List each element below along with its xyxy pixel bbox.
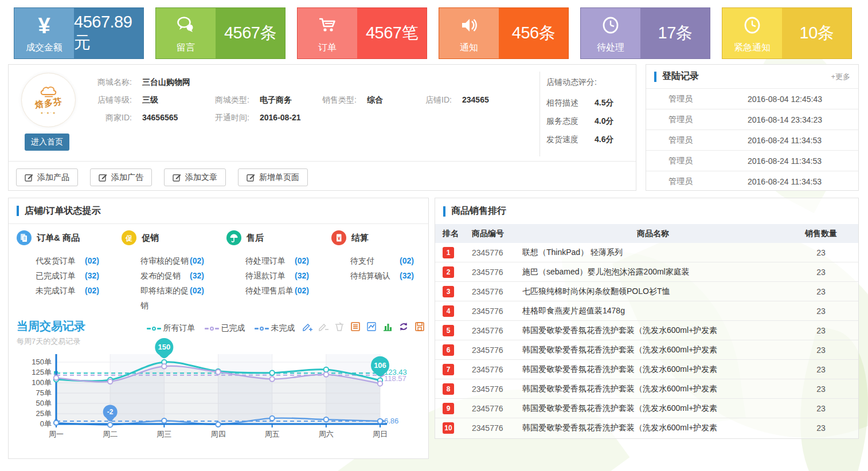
field-label: 商城类型: [207, 95, 249, 105]
field-label: 开通时间: [207, 113, 249, 123]
group-name: 结算 [351, 233, 369, 244]
status-item[interactable]: 待支付(02) [350, 253, 436, 268]
field-shop-name: 商城名称: 三台山购物网 [89, 77, 190, 88]
table-row[interactable]: 3 2345776 七匹狼纯棉时尚休闲条纹翻领POLO衫T恤 23 [435, 282, 858, 301]
status-item[interactable]: 发布的促销(32) [140, 268, 226, 283]
product-code: 2345776 [472, 404, 522, 413]
login-user: 管理员 [668, 115, 748, 125]
stat-card-label: 成交金额 [14, 42, 74, 54]
table-row[interactable]: 6 2345776 韩国爱敬挚爱香氛花香洗护套装（洗发水600ml+护发素 23 [435, 340, 858, 360]
add-line-icon[interactable] [302, 321, 312, 332]
data-view-icon[interactable] [350, 321, 361, 332]
more-link[interactable]: +更多 [831, 72, 850, 82]
action-label: 添加文章 [185, 172, 217, 183]
field-shop-id: 店铺ID: 234565 [409, 95, 489, 105]
status-item[interactable]: 待处理订单(02) [245, 253, 331, 268]
product-code: 2345776 [472, 326, 522, 335]
edit-icon[interactable] [318, 321, 329, 332]
cart-icon [298, 14, 357, 38]
svg-text:25单: 25单 [36, 409, 52, 418]
svg-text:周五: 周五 [265, 430, 280, 438]
login-records-title: 登陆记录 [662, 70, 699, 83]
legend-item-completed[interactable]: 已完成 [205, 323, 245, 333]
table-row[interactable]: 5 2345776 韩国爱敬挚爱香氛花香洗护套装（洗发水600ml+护发素 23 [435, 321, 858, 340]
status-item[interactable]: 待处理售后单(02) [245, 283, 331, 298]
weekly-chart-svg: 123.43118.576.86150单125单100单75单50单25单0单周… [10, 335, 428, 460]
section-accent-bar [443, 206, 445, 217]
product-qty: 23 [784, 384, 858, 394]
stat-card-value: 456条 [499, 8, 568, 58]
add-ad-button[interactable]: 添加广告 [90, 168, 152, 186]
header-code: 商品编号 [472, 229, 522, 239]
stat-card-notices[interactable]: 通知 456条 [439, 7, 569, 59]
chart-title: 当周交易记录 [17, 319, 85, 334]
status-item[interactable]: 未完成订单(02) [36, 283, 122, 298]
action-label: 添加广告 [111, 172, 143, 183]
login-record-row: 管理员 2016-08-24 11:34:53 [646, 150, 858, 171]
product-code: 2345776 [472, 384, 522, 394]
product-code: 2345776 [472, 346, 522, 355]
logo-decoration: ●·●·● [41, 111, 56, 115]
status-group-orders: 订单& 商品 代发货订单(02) 已完成订单(32) 未完成订单(02) [17, 230, 122, 313]
shop-logo-text: 焙多芬 [34, 96, 62, 111]
stat-card-urgent[interactable]: 紧急通知 10条 [722, 7, 852, 59]
login-record-row: 管理员 2016-08-24 11:34:53 [646, 171, 858, 191]
delete-icon[interactable] [334, 321, 345, 332]
stat-card-value: 17条 [640, 8, 710, 58]
field-value: 34656565 [142, 113, 178, 123]
ranking-rows: 1 2345776 联想（ThinkPad） 轻薄系列 23 2 2345776… [435, 243, 858, 438]
chef-hat-icon [39, 85, 58, 98]
status-item[interactable]: 待结算确认(32) [350, 268, 436, 283]
rating-label: 相符描述 [546, 98, 590, 108]
stat-card-messages[interactable]: 留言 4567条 [155, 7, 286, 59]
legend-item-all-orders[interactable]: 所有订单 [147, 323, 196, 333]
stat-card-label: 待处理 [581, 42, 640, 54]
rank-badge: 3 [443, 286, 454, 297]
rating-value: 4.5分 [595, 98, 613, 108]
line-chart-icon[interactable] [366, 321, 377, 332]
table-row[interactable]: 2 2345776 施巴（sebamed）婴儿泡泡沐浴露200ml家庭装 23 [435, 262, 858, 282]
add-article-button[interactable]: 添加文章 [164, 168, 226, 186]
svg-text:75单: 75单 [36, 388, 52, 397]
table-row[interactable]: 10 2345776 韩国爱敬挚爱香氛花香洗护套装（洗发水600ml+护发素 2… [435, 418, 858, 438]
svg-text:促: 促 [125, 234, 132, 242]
enter-home-button[interactable]: 进入首页 [25, 134, 69, 151]
status-item[interactable]: 代发货订单(02) [36, 253, 122, 268]
table-row[interactable]: 7 2345776 韩国爱敬挚爱香氛花香洗护套装（洗发水600ml+护发素 23 [435, 360, 858, 379]
rating-value: 4.0分 [595, 116, 613, 127]
status-item[interactable]: 待审核的促销(02) [140, 253, 226, 268]
shop-info-panel: 焙多芬 ●·●·● 进入首页 商城名称: 三台山购物网 店铺等级: 三级 商城类… [8, 64, 636, 191]
section-accent-bar [654, 72, 656, 82]
header-qty: 销售数量 [784, 229, 858, 239]
add-product-button[interactable]: 添加产品 [16, 168, 78, 186]
refresh-icon[interactable] [398, 321, 409, 332]
table-row[interactable]: 9 2345776 韩国爱敬挚爱香氛花香洗护套装（洗发水600ml+护发素 23 [435, 399, 858, 418]
legend-item-uncompleted[interactable]: 未完成 [255, 323, 295, 333]
rating-label: 发货速度 [546, 135, 590, 145]
login-record-row: 管理员 2016-08-14 23:34:23 [646, 109, 858, 129]
product-code: 2345776 [472, 423, 522, 433]
stat-card-amount[interactable]: ¥ 成交金额 4567.89元 [14, 7, 144, 59]
stat-card-orders[interactable]: 订单 4567笔 [297, 7, 427, 59]
svg-text:150: 150 [158, 343, 170, 351]
table-row[interactable]: 4 2345776 桂格即食燕麦片超值装1478g 23 [435, 301, 858, 321]
chart-legend: 所有订单 已完成 未完成 [106, 323, 335, 333]
product-ranking-panel: 商品销售排行 排名 商品编号 商品名称 销售数量 1 2345776 联想（Th… [435, 198, 859, 439]
status-item[interactable]: 已完成订单(32) [36, 268, 122, 283]
status-item[interactable]: 待退款订单(32) [245, 268, 331, 283]
add-page-button[interactable]: 新增单页面 [238, 168, 308, 186]
table-row[interactable]: 8 2345776 韩国爱敬挚爱香氛花香洗护套装（洗发水600ml+护发素 23 [435, 379, 858, 399]
rank-badge: 5 [443, 325, 454, 336]
stat-card-pending[interactable]: 待处理 17条 [580, 7, 710, 59]
bar-chart-icon[interactable] [382, 321, 393, 332]
rank-badge: 4 [443, 305, 454, 317]
promo-icon: 促 [122, 230, 136, 245]
stat-card-value: 4567笔 [357, 8, 427, 58]
shop-logo: 焙多芬 ●·●·● [21, 73, 76, 127]
table-row[interactable]: 1 2345776 联想（ThinkPad） 轻薄系列 23 [435, 243, 858, 262]
status-group-aftersale: 售后 待处理订单(02) 待退款订单(32) 待处理售后单(02) [226, 230, 331, 313]
login-time: 2016-08-24 11:34:53 [748, 156, 822, 166]
save-icon[interactable] [414, 321, 425, 332]
header-rank: 排名 [435, 229, 472, 239]
status-item[interactable]: 即将结束的促销(02) [140, 283, 226, 313]
